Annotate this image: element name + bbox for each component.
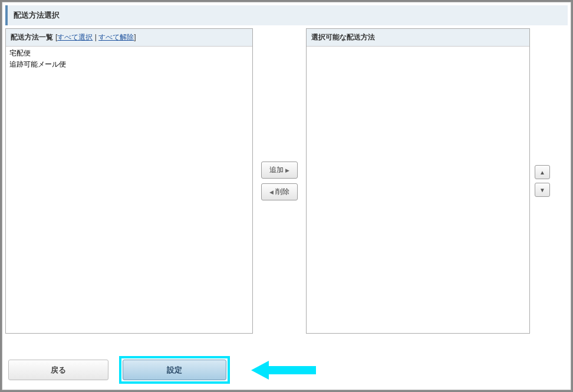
available-methods-title: 配送方法一覧 [11,32,53,42]
add-button[interactable]: 追加 ▶ [261,162,298,179]
chevron-down-icon: ▼ [539,187,545,193]
settings-button[interactable]: 設定 [123,360,226,380]
select-links: [すべて選択 | すべて解除] [55,32,136,42]
add-button-label: 追加 [269,165,284,175]
selected-methods-title: 選択可能な配送方法 [311,32,375,42]
chevron-left-icon: ◀ [269,189,274,195]
available-methods-panel: 配送方法一覧 [すべて選択 | すべて解除] 宅配便追跡可能メール便 [5,28,253,334]
move-down-button[interactable]: ▼ [535,183,550,197]
available-methods-header: 配送方法一覧 [すべて選択 | すべて解除] [6,29,252,47]
reorder-controls: ▲ ▼ [530,28,555,334]
chevron-up-icon: ▲ [539,169,545,176]
selected-methods-list[interactable] [307,47,529,333]
selected-methods-panel: 選択可能な配送方法 [306,28,530,334]
move-up-button[interactable]: ▲ [535,165,550,179]
content-area: 配送方法一覧 [すべて選択 | すべて解除] 宅配便追跡可能メール便 追加 ▶ … [2,28,571,334]
annotation-arrow-icon [251,358,316,382]
list-item[interactable]: 追跡可能メール便 [6,59,252,70]
back-button[interactable]: 戻る [8,360,108,380]
page-title-text: 配送方法選択 [14,11,60,19]
bottom-bar: 戻る 設定 [8,356,316,384]
deselect-all-link[interactable]: すべて解除 [98,33,134,41]
remove-button-label: 削除 [275,187,289,197]
select-all-link[interactable]: すべて選択 [57,33,93,41]
remove-button[interactable]: ◀ 削除 [261,183,298,200]
dialog-window: 配送方法選択 配送方法一覧 [すべて選択 | すべて解除] 宅配便追跡可能メール… [2,2,571,390]
page-title: 配送方法選択 [5,5,568,25]
selected-methods-header: 選択可能な配送方法 [307,29,529,47]
available-methods-list[interactable]: 宅配便追跡可能メール便 [6,47,252,333]
list-item[interactable]: 宅配便 [6,48,252,59]
transfer-controls: 追加 ▶ ◀ 削除 [253,28,306,334]
svg-marker-0 [251,361,316,380]
settings-button-highlight: 設定 [119,356,230,384]
chevron-right-icon: ▶ [285,167,289,173]
